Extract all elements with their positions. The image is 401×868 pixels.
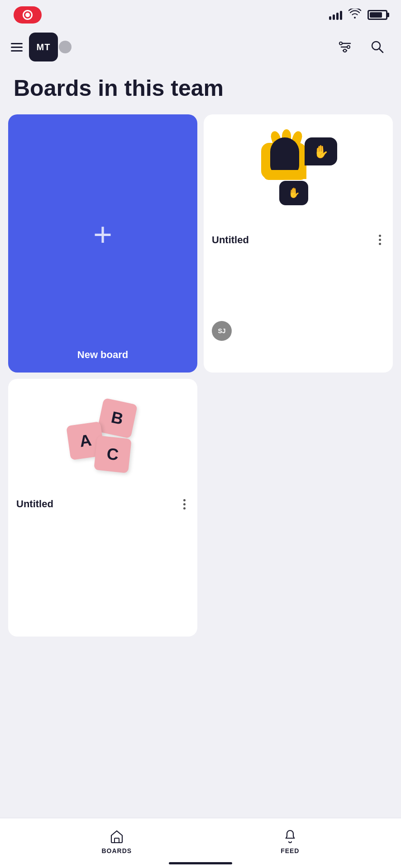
- svg-rect-8: [115, 838, 119, 843]
- board-options-2[interactable]: [180, 497, 189, 511]
- card-footer-1: Untitled: [204, 227, 393, 255]
- card-thumbnail-1: ✋ ✋: [204, 114, 393, 227]
- svg-line-7: [379, 49, 383, 52]
- signal-icon: [329, 10, 342, 20]
- wifi-icon: [348, 9, 361, 21]
- nav-item-boards[interactable]: BOARDS: [101, 829, 132, 854]
- board-card-untitled-2[interactable]: B A C Untitled: [8, 379, 197, 637]
- new-board-card[interactable]: + New board: [8, 114, 197, 373]
- board-card-untitled-1[interactable]: ✋ ✋ SJ Untitled: [204, 114, 393, 373]
- chat-illustration: ✋ ✋: [258, 130, 339, 212]
- block-c: C: [94, 435, 132, 473]
- menu-icon[interactable]: [8, 40, 25, 54]
- status-bar: [0, 0, 401, 28]
- new-board-label: New board: [8, 349, 197, 361]
- new-board-plus-icon: +: [93, 218, 112, 250]
- svg-point-4: [347, 46, 350, 48]
- nav-label-boards: BOARDS: [101, 847, 132, 854]
- svg-point-5: [344, 49, 346, 52]
- nav-right: [335, 37, 387, 57]
- bottom-nav: BOARDS FEED: [0, 818, 401, 868]
- nav-label-feed: FEED: [281, 847, 299, 854]
- status-bar-right: [329, 9, 387, 21]
- home-icon: [109, 829, 124, 844]
- body-area: [264, 170, 306, 180]
- filter-button[interactable]: [335, 37, 355, 57]
- nav-left: MT: [8, 33, 72, 61]
- home-indicator-bar: [169, 862, 232, 864]
- avatar-small-team: [59, 41, 72, 53]
- board-name-2: Untitled: [16, 498, 53, 510]
- svg-point-3: [339, 42, 342, 45]
- board-name-1: Untitled: [212, 234, 249, 246]
- search-button[interactable]: [368, 37, 387, 57]
- dark-bubble-right: ✋: [305, 137, 337, 165]
- boards-grid: + New board ✋: [0, 114, 401, 637]
- page-title: Boards in this team: [0, 69, 401, 114]
- block-b: B: [97, 397, 138, 438]
- board-card-1-avatar: SJ: [212, 321, 232, 341]
- record-pill: [14, 6, 42, 24]
- nav-bar: MT: [0, 28, 401, 69]
- avatar-mt[interactable]: MT: [29, 33, 58, 61]
- dark-bubble-bottom: ✋: [279, 181, 308, 205]
- nav-item-feed[interactable]: FEED: [281, 829, 299, 854]
- head-silhouette: [270, 137, 299, 175]
- battery-icon: [368, 10, 387, 20]
- status-bar-left: [14, 6, 42, 24]
- abc-illustration: B A C: [62, 395, 143, 476]
- card-footer-2: Untitled: [8, 492, 197, 519]
- bell-icon: [282, 829, 298, 844]
- card-thumbnail-2: B A C: [8, 379, 197, 492]
- board-options-1[interactable]: [375, 233, 385, 247]
- record-dot-icon: [23, 10, 33, 20]
